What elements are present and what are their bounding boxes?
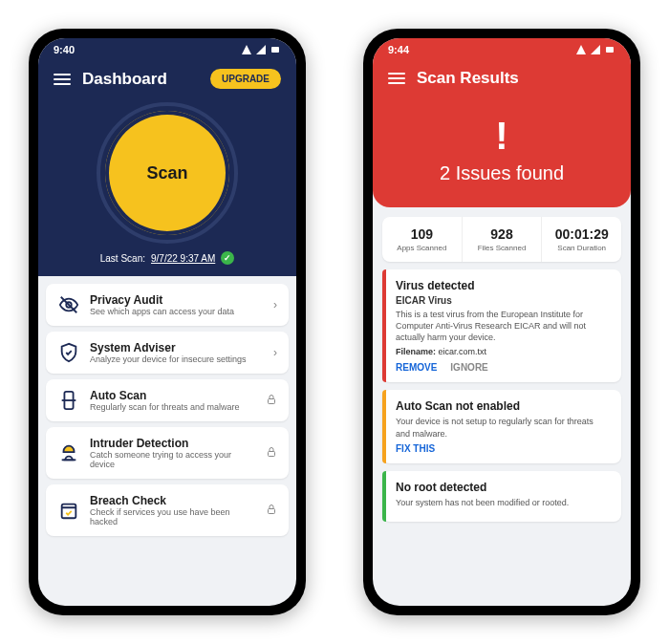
stat-scan-duration: 00:01:29 Scan Duration: [542, 217, 621, 262]
svg-rect-0: [271, 47, 279, 53]
last-scan-info[interactable]: Last Scan: 9/7/22 9:37 AM ✓: [100, 251, 235, 265]
svg-rect-9: [606, 47, 614, 53]
scan-stats: 109 Apps Scanned 928 Files Scanned 00:01…: [382, 217, 621, 262]
status-time: 9:44: [388, 44, 409, 55]
last-scan-prefix: Last Scan:: [100, 253, 145, 264]
stat-value: 928: [466, 226, 538, 242]
calendar-check-icon: [57, 499, 80, 522]
feature-subtitle: Analyze your device for insecure setting…: [90, 354, 264, 364]
stat-value: 109: [386, 226, 458, 242]
feature-title: Breach Check: [90, 494, 256, 507]
stat-files-scanned: 928 Files Scanned: [463, 217, 543, 262]
page-title: Dashboard: [82, 70, 199, 89]
stat-label: Scan Duration: [546, 244, 617, 252]
result-description: Your system has not been modified or roo…: [396, 497, 610, 508]
result-no-root: No root detected Your system has not bee…: [382, 471, 621, 522]
status-bar: 9:40: [38, 38, 296, 61]
stat-label: Apps Scanned: [386, 244, 458, 252]
result-title: Auto Scan not enabled: [396, 399, 610, 413]
feature-subtitle: Catch someone trying to access your devi…: [90, 450, 256, 469]
result-title: Virus detected: [396, 279, 610, 292]
feature-intruder-detection[interactable]: Intruder Detection Catch someone trying …: [46, 427, 289, 479]
svg-rect-7: [62, 504, 76, 519]
results-header: Scan Results ! 2 Issues found: [373, 61, 631, 207]
feature-title: Auto Scan: [90, 389, 256, 402]
hamburger-icon[interactable]: [388, 70, 405, 87]
svg-rect-5: [269, 398, 275, 403]
lock-icon: [266, 394, 277, 408]
stat-value: 00:01:29: [546, 226, 617, 242]
phone-scan-icon: [57, 389, 80, 412]
status-time: 9:40: [54, 44, 75, 55]
scan-label: Scan: [146, 163, 187, 183]
svg-rect-6: [269, 451, 275, 456]
page-title: Scan Results: [417, 69, 615, 88]
last-scan-time: 9/7/22 9:37 AM: [151, 253, 215, 264]
result-filename: Filename: eicar.com.txt: [396, 347, 610, 356]
virus-name: EICAR Virus: [396, 295, 610, 306]
stat-apps-scanned: 109 Apps Scanned: [382, 217, 463, 262]
hamburger-icon[interactable]: [54, 71, 71, 88]
feature-subtitle: See which apps can access your data: [90, 307, 264, 316]
chevron-right-icon: ›: [273, 346, 277, 359]
feature-title: Intruder Detection: [90, 437, 256, 450]
scan-button[interactable]: Scan: [97, 102, 238, 244]
feature-subtitle: Check if services you use have been hack…: [90, 507, 256, 526]
feature-breach-check[interactable]: Breach Check Check if services you use h…: [46, 484, 289, 536]
feature-privacy-audit[interactable]: Privacy Audit See which apps can access …: [46, 284, 289, 326]
fix-this-button[interactable]: FIX THIS: [396, 443, 435, 454]
result-list: Virus detected EICAR Virus This is a tes…: [373, 269, 631, 522]
status-icons: [241, 44, 281, 55]
ignore-button[interactable]: IGNORE: [450, 362, 487, 373]
result-description: This is a test virus from the European I…: [396, 309, 610, 343]
issues-count: 2 Issues found: [440, 162, 564, 184]
chevron-right-icon: ›: [273, 298, 277, 311]
check-icon: ✓: [221, 251, 234, 265]
feature-auto-scan[interactable]: Auto Scan Regularly scan for threats and…: [46, 379, 289, 421]
feature-title: Privacy Audit: [90, 293, 264, 307]
lock-icon: [266, 446, 277, 461]
upgrade-button[interactable]: UPGRADE: [210, 69, 281, 89]
alarm-icon: [57, 441, 80, 464]
feature-list: Privacy Audit See which apps can access …: [38, 276, 296, 544]
result-autoscan-disabled: Auto Scan not enabled Your device is not…: [382, 390, 621, 462]
result-title: No root detected: [396, 481, 610, 494]
status-bar: 9:44: [373, 38, 631, 61]
result-virus-detected: Virus detected EICAR Virus This is a tes…: [382, 269, 621, 382]
svg-rect-8: [269, 508, 275, 513]
eye-slash-icon: [57, 293, 80, 316]
status-icons: [575, 44, 615, 55]
warning-icon: !: [495, 117, 507, 155]
feature-title: System Adviser: [90, 341, 264, 354]
stat-label: Files Scanned: [466, 244, 538, 252]
remove-button[interactable]: REMOVE: [396, 362, 437, 373]
feature-subtitle: Regularly scan for threats and malware: [90, 402, 256, 412]
result-description: Your device is not setup to regularly sc…: [396, 416, 610, 439]
lock-icon: [266, 504, 277, 518]
dashboard-header: Dashboard UPGRADE Scan Last Scan: 9/7/22…: [38, 61, 296, 276]
feature-system-adviser[interactable]: System Adviser Analyze your device for i…: [46, 332, 289, 374]
shield-check-icon: [57, 341, 80, 364]
